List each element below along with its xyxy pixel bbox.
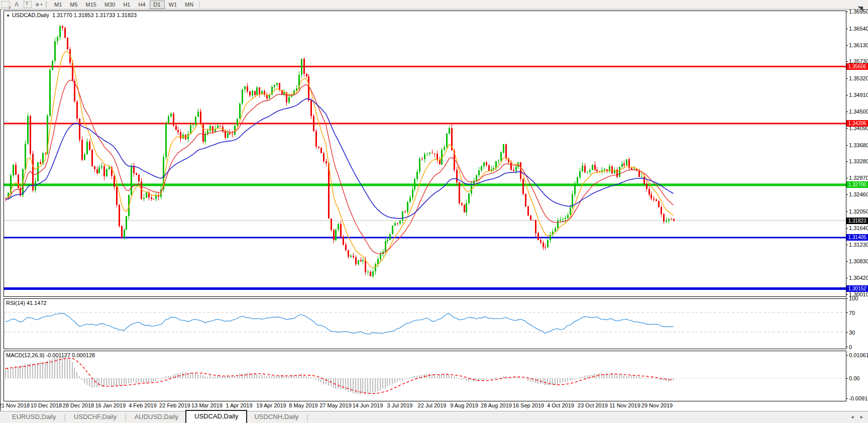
price-axis-label: 1.35320 xyxy=(849,75,868,81)
macd-axis-label: 0.010615 xyxy=(849,352,868,358)
rsi-axis-tick xyxy=(846,312,848,313)
symbol-header[interactable]: ▼USDCAD,Daily 1.31770 1.31853 1.31733 1.… xyxy=(6,12,137,18)
date-axis-label: 19 Apr 2019 xyxy=(256,402,286,408)
tab-separator: │ xyxy=(306,414,310,421)
timeframe-button-m1[interactable]: M1 xyxy=(50,1,66,9)
date-axis-label: 10 Dec 2018 xyxy=(31,402,62,408)
price-axis-label: 1.30420 xyxy=(849,275,868,281)
price-line-label-1.34206: 1.34206 xyxy=(846,120,868,127)
timeframe-button-w1[interactable]: W1 xyxy=(165,1,181,9)
price-axis-label: 1.34910 xyxy=(849,92,868,98)
rsi-axis-label: 30 xyxy=(849,330,855,336)
date-axis-label: 29 Nov 2019 xyxy=(641,402,673,408)
fibonacci-tool-icon: F xyxy=(2,1,10,8)
rsi-indicator-label: RSI(14) 41.1472 xyxy=(6,300,47,306)
price-line-label-1.31405: 1.31405 xyxy=(846,234,868,241)
macd-indicator-label: MACD(12,26,9) -0.001127 0.000128 xyxy=(6,352,95,358)
price-axis-tick xyxy=(846,245,848,245)
price-axis-label: 1.33680 xyxy=(849,142,868,148)
ohlc-values: 1.31770 1.31853 1.31733 1.31823 xyxy=(52,12,137,18)
tab-eurusd[interactable]: EURUSD,Daily xyxy=(5,411,63,423)
rsi-axis-label: 100 xyxy=(849,295,858,301)
tab-audusd[interactable]: AUDUSD,Daily xyxy=(128,411,185,423)
timeframe-button-d1[interactable]: D1 xyxy=(150,1,165,9)
price-axis-tick xyxy=(846,278,848,278)
timeframe-button-mn[interactable]: MN xyxy=(181,1,197,9)
macd-axis-tick xyxy=(846,398,848,399)
date-axis-label: 4 Oct 2019 xyxy=(547,402,574,408)
price-axis-tick xyxy=(846,261,848,262)
price-axis-label: 1.33280 xyxy=(849,158,868,164)
tab-usdcnh[interactable]: USDCNH,Daily xyxy=(247,411,305,423)
tabs-scroll-right-icon[interactable]: ► xyxy=(859,414,864,419)
symbol-name: USDCAD,Daily xyxy=(12,12,49,18)
rsi-axis-tick xyxy=(846,298,848,298)
fibonacci-tool-button[interactable]: F xyxy=(1,1,11,9)
date-axis-label: 23 Oct 2019 xyxy=(578,402,608,408)
price-axis-tick xyxy=(846,228,848,229)
price-axis-label: 1.36540 xyxy=(849,26,868,32)
date-axis-label: 27 May 2019 xyxy=(319,402,352,408)
window-left-border xyxy=(0,10,1,411)
date-axis-label: 14 Jun 2019 xyxy=(353,402,383,408)
price-axis-tick xyxy=(846,212,848,212)
tabs-scroll-left-icon[interactable]: ◄ xyxy=(850,414,854,419)
tab-usdcad[interactable]: USDCAD,Daily xyxy=(185,410,247,423)
date-axis-label: 9 Aug 2019 xyxy=(450,402,478,408)
timeframe-button-h4[interactable]: H4 xyxy=(134,1,149,9)
price-line-label-1.30152: 1.30152 xyxy=(846,285,868,292)
date-axis-label: 1 Apr 2019 xyxy=(226,402,252,408)
chart-tabs: EURUSD,Daily│USDCHF,Daily│AUDUSD,DailyUS… xyxy=(0,411,309,423)
rsi-panel[interactable] xyxy=(4,298,846,349)
date-axis-label: 22 Feb 2019 xyxy=(159,402,190,408)
timeframe-button-m30[interactable]: M30 xyxy=(100,1,119,9)
price-axis-tick xyxy=(846,112,848,112)
arrows-tool-icon: ❖ xyxy=(35,2,40,8)
price-axis-tick xyxy=(846,145,848,146)
price-axis-tick xyxy=(846,294,848,295)
symbol-collapse-icon[interactable]: ▼ xyxy=(6,14,10,18)
price-axis-label: 1.34500 xyxy=(849,109,868,115)
text-label-icon: A xyxy=(15,1,19,8)
macd-axis-label: 0.00 xyxy=(849,375,859,381)
tab-separator: │ xyxy=(63,414,67,421)
current-price-label: 1.31823 xyxy=(846,218,868,224)
price-axis-tick xyxy=(846,29,848,29)
rsi-axis-label: 0 xyxy=(849,344,852,350)
price-axis-label: 1.36130 xyxy=(849,42,868,48)
price-axis-label: 1.32460 xyxy=(849,191,868,197)
chart-shift-marker[interactable] xyxy=(857,7,863,11)
arrows-dropdown-caret-icon[interactable]: ▾ xyxy=(41,3,43,7)
price-axis-tick xyxy=(846,78,848,79)
price-axis-tick xyxy=(846,161,848,162)
date-axis-label: 16 Sep 2019 xyxy=(513,402,544,408)
price-axis-tick xyxy=(846,12,848,12)
date-axis-label: 4 Feb 2019 xyxy=(129,402,157,408)
top-toolbar: F A T ❖ ▾ M1M5M15M30H1H4D1W1MN xyxy=(0,0,868,10)
price-axis-label: 1.30830 xyxy=(849,258,868,264)
price-axis-tick xyxy=(846,45,848,46)
text-tool-button[interactable]: T xyxy=(23,1,33,9)
rsi-axis-label: 70 xyxy=(849,310,855,316)
date-axis-label: 8 May 2019 xyxy=(289,402,317,408)
toolbar-grip-handle[interactable] xyxy=(46,2,48,8)
price-axis-label: 1.31640 xyxy=(849,225,868,231)
macd-panel[interactable] xyxy=(4,351,846,401)
price-axis-label: 1.31230 xyxy=(849,242,868,248)
main-chart-panel[interactable] xyxy=(4,11,846,297)
macd-axis-label: -0.009181 xyxy=(849,395,868,401)
arrows-tool-button[interactable]: ❖ ▾ xyxy=(34,1,44,9)
tab-usdchf[interactable]: USDCHF,Daily xyxy=(67,411,124,423)
chart-tabs-bar: EURUSD,Daily│USDCHF,Daily│AUDUSD,DailyUS… xyxy=(0,411,868,423)
macd-axis-tick xyxy=(846,378,848,379)
text-label-tool-button[interactable]: A xyxy=(12,1,22,9)
timeframe-button-group: M1M5M15M30H1H4D1W1MN xyxy=(50,1,197,9)
price-axis-tick xyxy=(846,194,848,195)
price-axis-tick xyxy=(846,178,848,178)
price-axis-label: 1.32870 xyxy=(849,175,868,181)
timeframe-button-m15[interactable]: M15 xyxy=(82,1,100,9)
price-line-label-1.35606: 1.35606 xyxy=(846,63,868,70)
timeframe-button-m5[interactable]: M5 xyxy=(66,1,81,9)
timeframe-button-h1[interactable]: H1 xyxy=(119,1,134,9)
toolbar-separator xyxy=(199,1,200,8)
